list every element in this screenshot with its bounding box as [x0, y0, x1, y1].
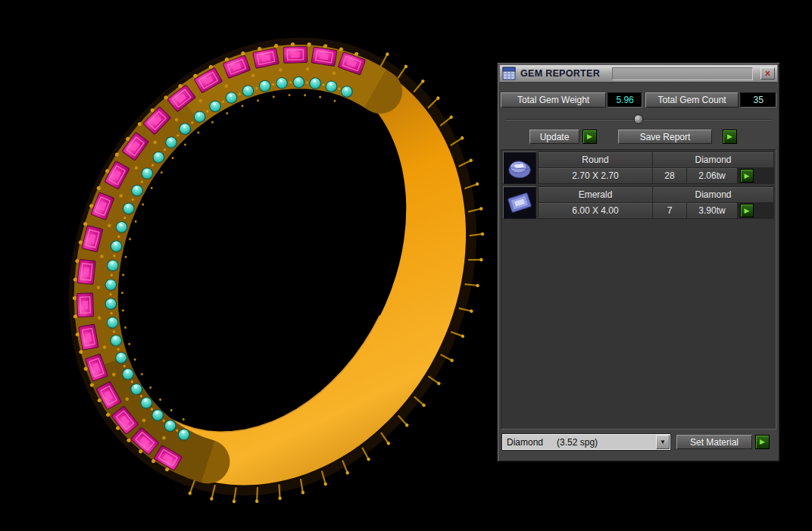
gem-weight-cell: 3.90tw	[687, 203, 737, 218]
title-bar[interactable]: GEM REPORTER ×	[499, 64, 778, 83]
gem-material-cell: Diamond	[653, 187, 773, 202]
gem-row-action-cell: ▶	[738, 203, 773, 218]
set-material-go-button[interactable]: ▶	[755, 435, 770, 449]
title-groove	[612, 67, 753, 80]
actions-row: Update ▶ Save Report ▶	[529, 130, 779, 144]
gem-row-go-button[interactable]: ▶	[740, 169, 754, 183]
gem-row-action-cell: ▶	[738, 168, 773, 183]
green-arrow-icon: ▶	[745, 207, 750, 214]
gem-list-row-round: Round Diamond 2.70 X 2.70 28 2.06tw ▶	[503, 151, 774, 184]
gem-row-go-button[interactable]: ▶	[740, 204, 754, 217]
green-arrow-icon: ▶	[745, 172, 750, 180]
green-arrow-icon: ▶	[760, 438, 765, 445]
material-dropdown-button[interactable]: ▼	[656, 435, 670, 449]
round-gem-thumbnail[interactable]	[503, 151, 536, 184]
rollup-knob[interactable]	[634, 114, 644, 124]
gem-shape-cell: Emerald	[539, 187, 652, 202]
gem-size-cell: 2.70 X 2.70	[539, 168, 652, 183]
update-go-button[interactable]: ▶	[582, 130, 597, 144]
gem-row-grid: Round Diamond 2.70 X 2.70 28 2.06tw ▶	[538, 151, 774, 184]
bangle-render	[0, 0, 500, 531]
gem-list-row-emerald: Emerald Diamond 6.00 X 4.00 7 3.90tw ▶	[503, 186, 774, 219]
close-icon: ×	[765, 68, 770, 79]
material-spg: (3.52 spg)	[557, 437, 598, 448]
material-name: Diamond	[507, 437, 543, 448]
green-arrow-icon: ▶	[727, 133, 732, 140]
material-dropdown[interactable]: Diamond (3.52 spg) ▼	[502, 434, 670, 450]
totals-row: Total Gem Weight 5.96 Total Gem Count 35	[501, 92, 776, 108]
save-report-button[interactable]: Save Report	[618, 130, 712, 144]
material-row: Diamond (3.52 spg) ▼ Set Material ▶	[502, 434, 775, 450]
chevron-down-icon: ▼	[660, 439, 666, 445]
total-gem-count-value: 35	[740, 92, 776, 108]
gem-list: Round Diamond 2.70 X 2.70 28 2.06tw ▶	[501, 149, 776, 429]
gem-weight-cell: 2.06tw	[687, 168, 737, 183]
set-material-button[interactable]: Set Material	[676, 435, 752, 449]
emerald-gem-thumbnail[interactable]	[503, 186, 536, 219]
gem-size-cell: 6.00 X 4.00	[539, 203, 652, 218]
window-title: GEM REPORTER	[520, 68, 600, 79]
rollup-divider	[505, 114, 772, 124]
emerald-gem-icon	[504, 187, 536, 218]
gem-row-grid: Emerald Diamond 6.00 X 4.00 7 3.90tw ▶	[538, 186, 774, 219]
total-gem-count-label: Total Gem Count	[645, 92, 739, 108]
total-gem-weight-label: Total Gem Weight	[501, 92, 606, 108]
gem-reporter-icon	[502, 67, 516, 80]
round-gem-icon	[504, 152, 536, 183]
gem-count-cell: 7	[653, 203, 686, 218]
total-gem-weight-value: 5.96	[607, 92, 642, 108]
close-button[interactable]: ×	[760, 67, 775, 80]
save-report-go-button[interactable]: ▶	[723, 130, 737, 144]
gem-material-cell: Diamond	[653, 152, 773, 167]
gem-reporter-window: GEM REPORTER × Total Gem Weight 5.96 Tot…	[497, 62, 780, 462]
gem-shape-cell: Round	[539, 152, 652, 167]
gem-count-cell: 28	[653, 168, 686, 183]
green-arrow-icon: ▶	[587, 133, 592, 140]
material-dropdown-value: Diamond (3.52 spg)	[503, 437, 656, 448]
update-button[interactable]: Update	[529, 130, 579, 144]
